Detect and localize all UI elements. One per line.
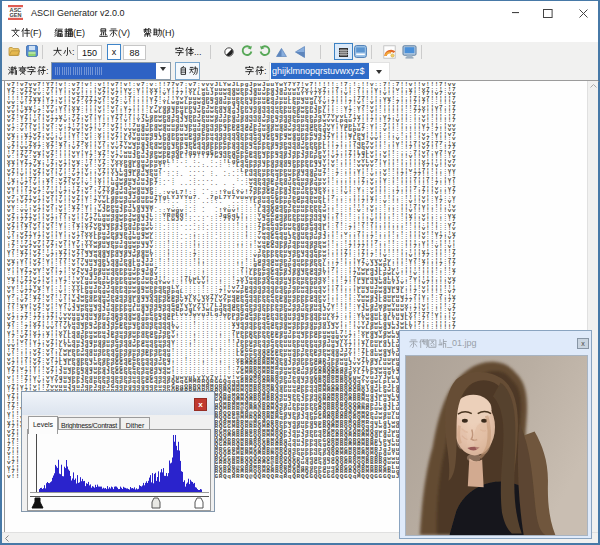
svg-text:GEN: GEN — [9, 12, 21, 18]
